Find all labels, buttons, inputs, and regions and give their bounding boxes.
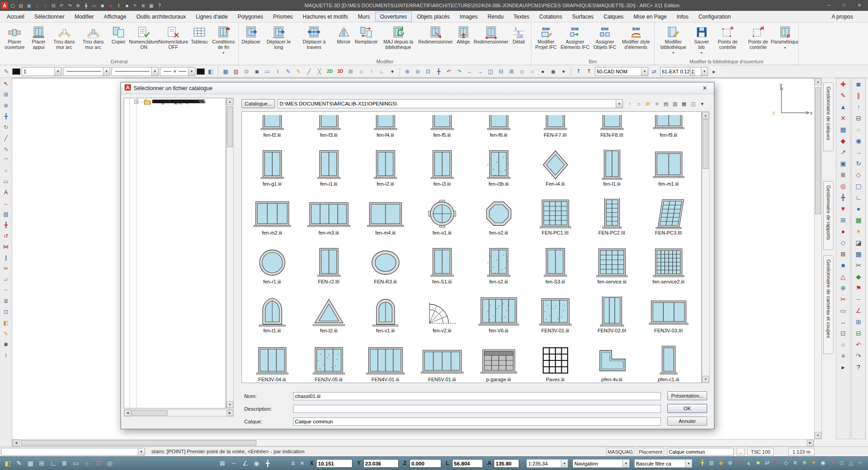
- catalog-item-fen-s2-iii[interactable]: fen-s2.iii: [470, 239, 527, 286]
- catalog-item-fen-v6-iii[interactable]: fen-V6.iii: [470, 288, 527, 335]
- catalog-item-fen-f8-iii[interactable]: FEN-F8.III: [583, 114, 640, 139]
- chevron-down-icon[interactable]: ▼: [701, 67, 708, 76]
- panel-tab-gestionnaire-de-rapports[interactable]: Gestionnaire de rapports: [823, 181, 834, 250]
- box-icon[interactable]: ▢: [854, 181, 863, 191]
- navigation-combo[interactable]: Navigation▼: [573, 459, 630, 468]
- flag-icon[interactable]: ⚑: [131, 2, 139, 9]
- vector-icon[interactable]: ↗: [838, 147, 848, 157]
- scroll-arrow-icon[interactable]: ▼: [815, 432, 821, 439]
- copier-button[interactable]: Copier: [108, 24, 130, 58]
- tri-icon[interactable]: △: [846, 458, 855, 467]
- marker-icon[interactable]: ◆: [838, 136, 848, 146]
- magnifier-icon[interactable]: ⊙: [242, 67, 251, 76]
- grid-icon[interactable]: ▦: [148, 2, 155, 9]
- tree-item-render[interactable]: RENDER: [124, 98, 226, 106]
- lower-icon[interactable]: ▼: [838, 204, 848, 214]
- catalog-item-fen-pc3-iii[interactable]: FEN-PC3.III: [640, 190, 697, 237]
- minimize-button[interactable]: ─: [821, 0, 836, 11]
- modifier-projet-ifc-button[interactable]: BIMModifier Projet IFC: [533, 24, 559, 58]
- hatch-icon[interactable]: ▨: [1, 210, 10, 219]
- catalog-item-fen-f6-iii[interactable]: fen-f6.iii: [470, 114, 527, 139]
- placer-ouverture-button[interactable]: Placer ouverture: [1, 24, 28, 58]
- circle-icon[interactable]: ○: [856, 458, 865, 467]
- catalog-item-fen-pc1-iii[interactable]: FEN-PC1.III: [527, 190, 583, 237]
- next-view-icon[interactable]: →: [476, 67, 485, 76]
- grid-icon[interactable]: ▦: [707, 458, 716, 467]
- grid-icon[interactable]: ▦: [221, 67, 230, 76]
- crop-icon[interactable]: ⊟: [854, 113, 863, 123]
- preview-icon[interactable]: ◫: [689, 100, 697, 108]
- text-style-icon[interactable]: T: [574, 67, 583, 76]
- menu-s-lectionner[interactable]: Sélectionner: [29, 12, 70, 22]
- modifier-style-d-l-ments-button[interactable]: BIMModifier style d'éléments: [619, 24, 653, 58]
- menu-accueil[interactable]: Accueil: [2, 12, 29, 22]
- chevron-down-icon[interactable]: ▼: [138, 448, 145, 455]
- shape-dot-icon[interactable]: ●: [538, 67, 547, 76]
- filter-combo[interactable]: Bascule filtre ca▼: [634, 459, 692, 468]
- catalog-item-fen-f2-iii[interactable]: fen-f2.iii: [244, 114, 300, 139]
- placer-appui-button[interactable]: Placer appui: [28, 24, 49, 58]
- move-icon[interactable]: ╋: [1, 221, 10, 230]
- 2d-mode-icon[interactable]: 2D: [325, 67, 334, 76]
- conditions-de-fin-button[interactable]: Conditions de fin▾: [210, 24, 237, 58]
- thumbnails-view-icon[interactable]: ▦: [680, 100, 688, 108]
- catalog-item-fen-service2-iii[interactable]: fen-service2.iii: [640, 239, 697, 286]
- scroll-arrow-icon[interactable]: ▲: [227, 98, 233, 105]
- chevron-down-icon[interactable]: ▼: [151, 67, 158, 76]
- menu-configuration[interactable]: Configuration: [694, 12, 736, 22]
- chevron-down-icon[interactable]: ▼: [622, 460, 629, 467]
- copy-icon[interactable]: ⊞: [854, 317, 863, 327]
- redimensionner-button[interactable]: Redimensionner: [419, 24, 452, 58]
- catalog-item-fen-r3-iii[interactable]: FEN-R3.iii: [357, 239, 414, 286]
- window-h-icon[interactable]: ⊟: [497, 67, 506, 76]
- delete-icon[interactable]: ✕: [828, 458, 837, 467]
- menu-icon[interactable]: ≡: [838, 351, 848, 361]
- render-icon[interactable]: ▩: [854, 249, 863, 259]
- coord-input-a[interactable]: [494, 459, 519, 468]
- details-view-icon[interactable]: ▥: [671, 100, 679, 108]
- catalog-item-fen-r2-iii[interactable]: FEN-r2.III: [300, 239, 357, 286]
- catalog-item-paves-iii[interactable]: Paves.iii: [527, 336, 583, 383]
- catalog-item-fen-i3-iii[interactable]: fen-i3.iii: [414, 141, 470, 188]
- ruler-icon[interactable]: ┄: [229, 458, 239, 468]
- all-ge-button[interactable]: Allège: [453, 24, 474, 58]
- chevron-down-icon[interactable]: ▼: [54, 67, 61, 76]
- catalog-item-fen-i3b-iii[interactable]: fen-i3b.iii: [470, 141, 527, 188]
- swap-icon[interactable]: ⇄: [650, 67, 659, 76]
- axis-lock-icon[interactable]: ✕: [298, 459, 306, 467]
- select-icon[interactable]: ↖: [1, 79, 10, 88]
- maj-depuis-la-biblioth-que-button[interactable]: MAJ depuis la bibliothèque: [378, 24, 419, 58]
- lock-icon[interactable]: ⊠: [346, 67, 355, 76]
- scroll-arrow-icon[interactable]: ◀: [13, 440, 19, 446]
- catalog-item-fen4v-01-iii[interactable]: FEN4V-01.iii: [357, 336, 414, 383]
- list-view-icon[interactable]: ▤: [662, 100, 670, 108]
- pan-icon[interactable]: ╋: [82, 2, 90, 9]
- walk-icon[interactable]: →: [854, 147, 863, 157]
- catalogue-button[interactable]: Catalogue...: [241, 99, 275, 108]
- arc-logo[interactable]: A: [1, 2, 8, 9]
- catalog-item-fen-t2-iii[interactable]: fen-t2.iii: [300, 288, 357, 335]
- dropdown2-icon[interactable]: ▾: [559, 67, 568, 76]
- plane-icon[interactable]: ◇: [854, 170, 863, 180]
- pencil-yellow-icon[interactable]: ✎: [294, 67, 303, 76]
- shape-diamond-icon[interactable]: ◇: [517, 67, 526, 76]
- measure-icon[interactable]: ┄: [1, 286, 10, 295]
- crosshatch-icon[interactable]: ╳: [315, 67, 324, 76]
- ext-combo[interactable]: 61-EXT 0.12▲▼▼: [660, 67, 708, 76]
- coord-input-z[interactable]: [410, 459, 441, 468]
- catalog-item-fen-f3-iii[interactable]: fen-f3.iii: [300, 114, 357, 139]
- new-file-icon[interactable]: ▢: [9, 2, 16, 9]
- redo-icon[interactable]: ↷: [66, 2, 73, 9]
- pause-icon[interactable]: ‖: [115, 2, 122, 9]
- menu-ouvertures[interactable]: Ouvertures: [375, 12, 412, 22]
- menu-a-propos[interactable]: A propos: [827, 12, 858, 22]
- info-icon[interactable]: i: [273, 67, 282, 76]
- box-icon[interactable]: □: [837, 458, 846, 467]
- move-icon[interactable]: ╋: [838, 192, 848, 202]
- d-tail-button[interactable]: 15100Détail: [508, 24, 530, 58]
- more-icon[interactable]: ▸: [838, 362, 848, 372]
- view-dropdown-icon[interactable]: ▾: [698, 100, 706, 108]
- zoom-in-icon[interactable]: ⊕: [403, 67, 412, 76]
- angle-snap-icon[interactable]: ∠: [240, 458, 250, 468]
- modifier-biblioth-que-button[interactable]: Modifier bibliothèque▾: [656, 24, 691, 58]
